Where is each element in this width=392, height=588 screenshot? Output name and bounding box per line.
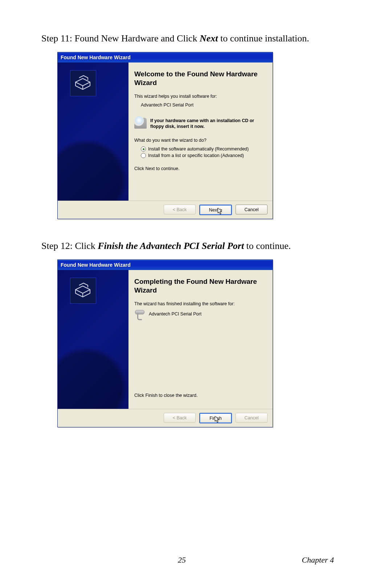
wizard-side-graphic: [58, 270, 128, 409]
chapter-label: Chapter 4: [302, 555, 334, 565]
radio-icon: [141, 146, 146, 152]
titlebar: Found New Hardware Wizard: [58, 52, 273, 63]
wizard-dialog-complete: Found New Hardware Wizard: [57, 259, 273, 427]
radio-advanced[interactable]: Install from a list or specific location…: [141, 153, 266, 158]
wizard-intro: The wizard has finished installing the s…: [134, 301, 266, 306]
titlebar: Found New Hardware Wizard: [58, 260, 273, 270]
button-bar: < Back Finish Cancel: [58, 409, 273, 427]
back-button: < Back: [164, 413, 196, 423]
cancel-button: Cancel: [236, 413, 268, 423]
cd-icon: [134, 118, 147, 129]
wizard-question: What do you want the wizard to do?: [134, 138, 266, 143]
click-next-text: Click Next to continue.: [134, 166, 266, 171]
click-finish-text: Click Finish to close the wizard.: [134, 393, 266, 398]
wizard-intro: This wizard helps you install software f…: [134, 94, 266, 99]
radio-auto[interactable]: Install the software automatically (Reco…: [141, 146, 266, 152]
hardware-icon: [70, 70, 96, 96]
wizard-heading: Completing the Found New Hardware Wizard: [134, 277, 266, 295]
button-bar: < Back Next > Cancel: [58, 201, 273, 219]
page-footer: 25 Chapter 4: [0, 555, 392, 565]
device-name: Advantech PCI Serial Port: [149, 310, 201, 317]
wizard-dialog-welcome: Found New Hardware Wizard: [57, 52, 273, 219]
cancel-button[interactable]: Cancel: [236, 205, 268, 214]
hardware-icon: [70, 278, 96, 304]
serial-port-icon: [134, 310, 144, 320]
page-number: 25: [178, 555, 186, 565]
wizard-side-graphic: [58, 63, 128, 201]
finish-button[interactable]: Finish: [199, 413, 232, 423]
back-button: < Back: [164, 205, 196, 214]
cd-instruction: If your hardware came with an installati…: [150, 118, 266, 130]
step-11-text: Step 11: Found New Hardware and Click Ne…: [41, 32, 351, 45]
wizard-heading: Welcome to the Found New Hardware Wizard: [134, 70, 266, 87]
radio-icon: [141, 153, 146, 158]
device-name: Advantech PCI Serial Port: [141, 102, 266, 108]
step-12-text: Step 12: Click Finish the Advantech PCI …: [41, 239, 351, 252]
next-button[interactable]: Next >: [199, 205, 232, 215]
